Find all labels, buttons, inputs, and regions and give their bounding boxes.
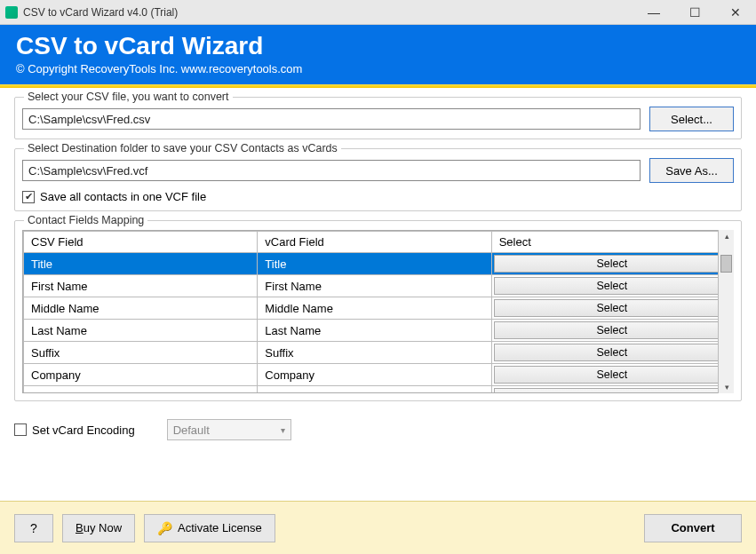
- csv-field-cell: Suffix: [24, 342, 258, 364]
- table-row[interactable]: DepartmentDepartmentSelect: [24, 386, 733, 394]
- mapping-legend: Contact Fields Mapping: [24, 214, 147, 226]
- encoding-dropdown[interactable]: Default ▾: [167, 419, 291, 440]
- vcard-field-cell: First Name: [258, 275, 491, 297]
- dest-path-input[interactable]: [22, 160, 641, 181]
- csv-field-cell: Last Name: [24, 320, 258, 342]
- col-vcard-header[interactable]: vCard Field: [258, 232, 491, 253]
- select-cell: Select: [491, 297, 732, 320]
- dest-fieldset: Select Destination folder to save your C…: [14, 148, 742, 211]
- select-field-button[interactable]: Select: [494, 255, 730, 273]
- activate-license-button[interactable]: 🔑 Activate License: [144, 514, 275, 542]
- scroll-thumb[interactable]: [720, 255, 732, 273]
- table-row[interactable]: First NameFirst NameSelect: [24, 275, 733, 297]
- select-cell: Select: [491, 320, 732, 342]
- select-field-button[interactable]: Select: [494, 321, 730, 339]
- select-source-button[interactable]: Select...: [649, 107, 734, 131]
- scroll-down-icon[interactable]: ▾: [719, 381, 735, 393]
- table-row[interactable]: Last NameLast NameSelect: [24, 320, 733, 342]
- buy-now-button[interactable]: Buy Now: [62, 514, 135, 542]
- source-fieldset: Select your CSV file, you want to conver…: [14, 97, 742, 139]
- help-button[interactable]: ?: [14, 514, 53, 542]
- encoding-checkbox[interactable]: [14, 423, 27, 436]
- close-button[interactable]: ✕: [715, 0, 756, 25]
- vcard-field-cell: Suffix: [258, 342, 491, 364]
- table-row[interactable]: CompanyCompanySelect: [24, 364, 733, 386]
- vcard-field-cell: Company: [258, 364, 491, 386]
- select-field-button[interactable]: Select: [494, 344, 730, 361]
- maximize-button[interactable]: ☐: [674, 0, 715, 25]
- key-icon: 🔑: [157, 521, 172, 535]
- table-row[interactable]: SuffixSuffixSelect: [24, 342, 733, 364]
- encoding-value: Default: [173, 423, 210, 437]
- scroll-up-icon[interactable]: ▴: [719, 230, 735, 242]
- app-icon: [5, 6, 18, 19]
- select-cell: Select: [491, 386, 732, 394]
- select-cell: Select: [491, 342, 732, 364]
- csv-field-cell: Title: [24, 253, 258, 275]
- copyright-text: © Copyright RecoveryTools Inc. www.recov…: [16, 62, 740, 75]
- select-field-button[interactable]: Select: [494, 299, 730, 317]
- window-title: CSV to vCard Wizard v4.0 (Trial): [23, 6, 633, 19]
- save-single-vcf-checkbox[interactable]: [22, 191, 35, 203]
- csv-field-cell: Company: [24, 364, 258, 386]
- select-cell: Select: [491, 253, 732, 275]
- footer: ? Buy Now 🔑 Activate License Convert: [0, 501, 756, 554]
- scrollbar[interactable]: ▴ ▾: [718, 230, 734, 393]
- csv-field-cell: Department: [24, 386, 258, 394]
- mapping-table: CSV Field vCard Field Select TitleTitleS…: [23, 231, 733, 393]
- activate-label: Activate License: [178, 521, 262, 534]
- col-select-header[interactable]: Select: [491, 232, 732, 253]
- app-title: CSV to vCard Wizard: [16, 32, 740, 60]
- vcard-field-cell: Department: [258, 386, 491, 394]
- csv-field-cell: Middle Name: [24, 297, 258, 320]
- csv-field-cell: First Name: [24, 275, 258, 297]
- source-path-input[interactable]: [22, 108, 641, 130]
- window-controls: — ☐ ✕: [633, 0, 756, 25]
- dest-legend: Select Destination folder to save your C…: [24, 142, 341, 154]
- select-cell: Select: [491, 275, 732, 297]
- encoding-row: Set vCard Encoding Default ▾: [14, 419, 742, 440]
- select-field-button[interactable]: Select: [494, 388, 730, 393]
- select-cell: Select: [491, 364, 732, 386]
- buy-now-label: Buy Now: [76, 521, 122, 534]
- chevron-down-icon: ▾: [281, 425, 285, 435]
- convert-button[interactable]: Convert: [644, 514, 742, 542]
- mapping-table-wrap: CSV Field vCard Field Select TitleTitleS…: [22, 230, 734, 393]
- source-legend: Select your CSV file, you want to conver…: [24, 91, 233, 103]
- vcard-field-cell: Middle Name: [258, 297, 491, 320]
- mapping-fieldset: Contact Fields Mapping CSV Field vCard F…: [14, 220, 742, 401]
- minimize-button[interactable]: —: [633, 0, 674, 25]
- select-field-button[interactable]: Select: [494, 366, 730, 384]
- table-row[interactable]: TitleTitleSelect: [24, 253, 733, 275]
- content-area: Select your CSV file, you want to conver…: [0, 97, 756, 440]
- vcard-field-cell: Last Name: [258, 320, 491, 342]
- col-csv-header[interactable]: CSV Field: [24, 232, 258, 253]
- save-as-button[interactable]: Save As...: [649, 158, 734, 183]
- titlebar: CSV to vCard Wizard v4.0 (Trial) — ☐ ✕: [0, 0, 756, 25]
- header: CSV to vCard Wizard © Copyright Recovery…: [0, 25, 756, 84]
- select-field-button[interactable]: Select: [494, 277, 730, 295]
- encoding-label: Set vCard Encoding: [32, 423, 135, 437]
- vcard-field-cell: Title: [258, 253, 491, 275]
- accent-bar: [0, 84, 756, 88]
- save-single-vcf-label: Save all contacts in one VCF file: [40, 190, 206, 203]
- table-row[interactable]: Middle NameMiddle NameSelect: [24, 297, 733, 320]
